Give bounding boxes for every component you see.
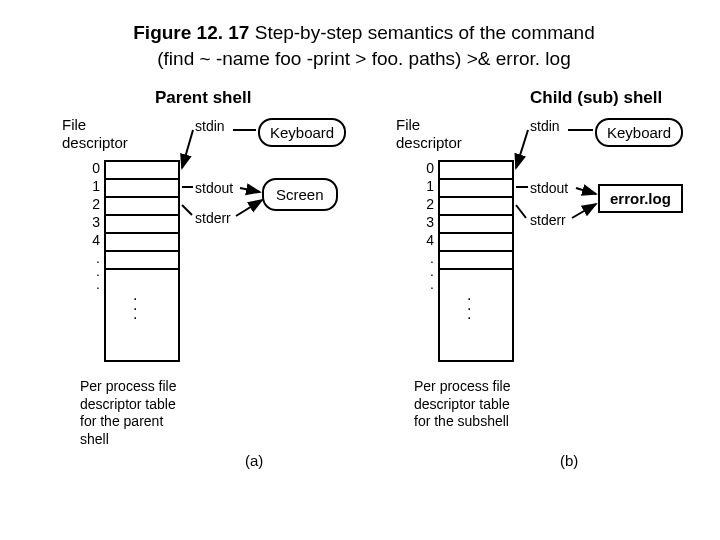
stderr-label-b: stderr [530, 212, 566, 228]
panel-b-tag: (b) [560, 452, 578, 469]
file-descriptor-label-a: File descriptor [62, 116, 128, 152]
fd-cell-brest [440, 270, 512, 360]
panel-b-title: Child (sub) shell [530, 88, 662, 108]
svg-line-10 [516, 205, 526, 218]
fd-cell-4 [106, 234, 178, 252]
file-descriptor-label-b: File descriptor [396, 116, 462, 152]
fd-table-a [104, 160, 180, 362]
fd-cell-1 [106, 180, 178, 198]
fd-cell-0 [106, 162, 178, 180]
fdnum-b-3: 3 [420, 214, 434, 230]
fd-cell-b5 [440, 252, 512, 270]
fd-cell-2 [106, 198, 178, 216]
fdnum-b-4: 4 [420, 232, 434, 248]
fd-table-b [438, 160, 514, 362]
per-process-label-b: Per process file descriptor table for th… [414, 378, 510, 431]
svg-line-11 [572, 204, 596, 218]
svg-line-4 [182, 205, 192, 215]
fdnum-a-4: 4 [86, 232, 100, 248]
keyboard-box-a: Keyboard [258, 118, 346, 147]
stdin-label-b: stdin [530, 118, 560, 134]
fd-cell-rest [106, 270, 178, 360]
fd-table-b-dots: ... [467, 290, 473, 319]
svg-line-1 [182, 130, 193, 168]
svg-line-9 [576, 188, 596, 194]
svg-line-7 [516, 130, 528, 168]
panel-a-tag: (a) [245, 452, 263, 469]
figure-title-line1: Step-by-step semantics of the command [255, 22, 595, 43]
fd-cell-b4 [440, 234, 512, 252]
screen-box-a: Screen [262, 178, 338, 211]
figure-title-line2: (find ~ -name foo -print > foo. paths) >… [157, 48, 570, 69]
fdnum-a-1: 1 [86, 178, 100, 194]
fd-cell-b0 [440, 162, 512, 180]
fdnum-b-dot3: . [420, 276, 434, 292]
fdnum-a-0: 0 [86, 160, 100, 176]
stdin-label-a: stdin [195, 118, 225, 134]
fdnum-b-0: 0 [420, 160, 434, 176]
per-process-label-a: Per process file descriptor table for th… [80, 378, 176, 448]
keyboard-box-b: Keyboard [595, 118, 683, 147]
fdnum-b-1: 1 [420, 178, 434, 194]
fdnum-a-2: 2 [86, 196, 100, 212]
fd-table-a-dots: ... [133, 290, 139, 319]
errorlog-box-b: error.log [598, 184, 683, 213]
svg-line-5 [236, 200, 262, 216]
fdnum-a-dot3: . [86, 276, 100, 292]
fd-cell-b2 [440, 198, 512, 216]
fd-cell-b3 [440, 216, 512, 234]
fdnum-b-2: 2 [420, 196, 434, 212]
stderr-label-a: stderr [195, 210, 231, 226]
fd-cell-5 [106, 252, 178, 270]
svg-line-3 [240, 188, 260, 192]
stdout-label-b: stdout [530, 180, 568, 196]
figure-number: Figure 12. 17 [133, 22, 249, 43]
fdnum-a-3: 3 [86, 214, 100, 230]
fd-cell-3 [106, 216, 178, 234]
stdout-label-a: stdout [195, 180, 233, 196]
figure-caption: Figure 12. 17 Step-by-step semantics of … [64, 20, 664, 71]
fd-cell-b1 [440, 180, 512, 198]
panel-a-title: Parent shell [155, 88, 251, 108]
